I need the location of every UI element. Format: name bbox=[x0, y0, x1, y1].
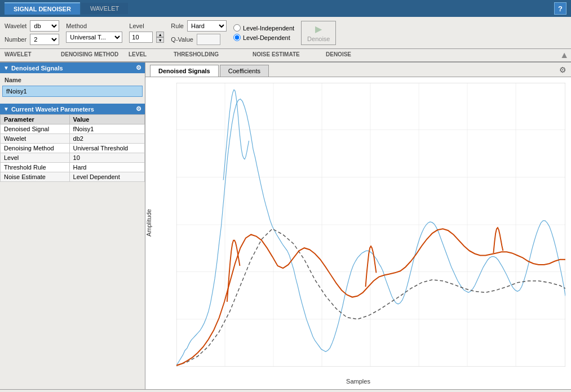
method-label: Method bbox=[66, 23, 87, 29]
rule-label: Rule bbox=[171, 23, 184, 29]
chart-settings-icon[interactable]: ⚙ bbox=[559, 65, 566, 77]
chart-tabs: Denoised Signals Coefficients ⚙ bbox=[145, 63, 571, 77]
qvalue-input[interactable]: 0.05 bbox=[197, 34, 220, 45]
params-title-label: Current Wavelet Parameters bbox=[11, 106, 94, 113]
noise-estimate-group: Level-Independent Level-Dependent bbox=[233, 24, 294, 41]
param-value: fNoisy1 bbox=[69, 124, 144, 134]
param-value: Level Dependent bbox=[69, 172, 144, 182]
param-name: Wavelet bbox=[1, 134, 70, 144]
left-panel: ▼ Denoised Signals ⚙ Name fNoisy1 ▼ Curr… bbox=[0, 63, 145, 389]
param-name: Level bbox=[1, 153, 70, 163]
denoised-settings-icon[interactable]: ⚙ bbox=[136, 64, 141, 72]
denoise-button[interactable]: ▶ Denoise bbox=[301, 21, 336, 45]
bottom-bar: ◄ bbox=[0, 389, 571, 392]
right-panel: Denoised Signals Coefficients ⚙ Amplitud… bbox=[145, 63, 571, 389]
collapse-denoised-icon[interactable]: ▼ bbox=[3, 65, 9, 71]
denoised-signals-label: Denoised Signals bbox=[11, 65, 63, 72]
rule-select[interactable]: Hard Soft bbox=[187, 20, 227, 32]
wavelet-group: Wavelet db Number 2 bbox=[5, 20, 59, 45]
y-axis-label: Amplitude bbox=[145, 209, 152, 237]
chart-svg: 0 0.2 0.4 0.6 0.8 1 0 500 1000 1500 2000… bbox=[176, 83, 565, 367]
tab-wavelet[interactable]: WAVELET bbox=[81, 3, 128, 14]
level-input[interactable]: 10 bbox=[129, 32, 153, 43]
denoised-signals-title: ▼ Denoised Signals ⚙ bbox=[0, 63, 145, 73]
section-hdr-thresholding: THRESHOLDING bbox=[169, 50, 248, 60]
level-group: Level 10 ▲ ▼ bbox=[129, 23, 164, 43]
section-hdr-noise: NOISE ESTIMATE bbox=[248, 50, 321, 60]
params-col-parameter: Parameter bbox=[1, 115, 70, 124]
play-icon: ▶ bbox=[315, 24, 322, 34]
radio-level-independent-label: Level-Independent bbox=[243, 25, 294, 32]
level-label: Level bbox=[129, 23, 144, 29]
params-settings-icon[interactable]: ⚙ bbox=[136, 105, 141, 113]
param-value: db2 bbox=[69, 134, 144, 144]
title-bar: SIGNAL DENOISER WAVELET ? bbox=[0, 0, 571, 17]
denoise-label: Denoise bbox=[307, 35, 330, 42]
signals-list: Name fNoisy1 bbox=[0, 73, 145, 99]
radio-level-dependent-label: Level-Dependent bbox=[243, 34, 290, 41]
params-table: Parameter Value Denoised SignalfNoisy1Wa… bbox=[0, 114, 145, 182]
qvalue-label: Q-Value bbox=[171, 36, 193, 43]
method-group: Method Universal T... bbox=[66, 23, 122, 43]
radio-level-independent-input[interactable] bbox=[233, 24, 241, 32]
param-value: 10 bbox=[69, 153, 144, 163]
main-area: ▼ Denoised Signals ⚙ Name fNoisy1 ▼ Curr… bbox=[0, 63, 571, 389]
section-hdr-level: LEVEL bbox=[124, 50, 169, 60]
signals-name-header: Name bbox=[2, 75, 143, 84]
chart-area: Amplitude Samples fNoisy Approximation f… bbox=[145, 77, 571, 389]
params-section-title: ▼ Current Wavelet Parameters ⚙ bbox=[0, 104, 145, 114]
x-axis-label: Samples bbox=[346, 378, 370, 385]
param-name: Denoising Method bbox=[1, 144, 70, 153]
collapse-all-icon[interactable]: ▲ bbox=[560, 50, 571, 60]
toolbar: Wavelet db Number 2 Method Universal T..… bbox=[0, 17, 571, 49]
tab-signal-denoiser[interactable]: SIGNAL DENOISER bbox=[5, 2, 80, 15]
tab-coefficients[interactable]: Coefficients bbox=[220, 65, 269, 77]
number-select[interactable]: 2 bbox=[30, 34, 59, 45]
radio-level-dependent: Level-Dependent bbox=[233, 34, 294, 41]
radio-level-independent: Level-Independent bbox=[233, 24, 294, 32]
section-hdr-method: DENOISING METHOD bbox=[56, 50, 124, 60]
param-name: Noise Estimate bbox=[1, 172, 70, 182]
param-value: Universal Threshold bbox=[69, 144, 144, 153]
radio-level-dependent-input[interactable] bbox=[233, 34, 241, 41]
rule-group: Rule Hard Soft Q-Value 0.05 bbox=[171, 20, 227, 45]
section-hdr-denoise: DENOISE bbox=[321, 50, 356, 60]
signal-fnoisy1[interactable]: fNoisy1 bbox=[2, 86, 143, 97]
params-col-value: Value bbox=[69, 115, 144, 124]
wavelet-label: Wavelet bbox=[5, 23, 26, 29]
section-hdr-wavelet: WAVELET bbox=[0, 50, 56, 60]
level-up[interactable]: ▲ bbox=[156, 32, 164, 37]
method-select[interactable]: Universal T... bbox=[66, 32, 122, 43]
tab-denoised-signals[interactable]: Denoised Signals bbox=[150, 65, 219, 77]
param-name: Threshold Rule bbox=[1, 163, 70, 172]
collapse-params-icon[interactable]: ▼ bbox=[3, 106, 9, 112]
help-button[interactable]: ? bbox=[554, 2, 566, 15]
level-spinner[interactable]: ▲ ▼ bbox=[156, 32, 164, 43]
wavelet-select[interactable]: db bbox=[30, 20, 59, 32]
section-headers: WAVELET DENOISING METHOD LEVEL THRESHOLD… bbox=[0, 49, 571, 63]
param-name: Denoised Signal bbox=[1, 124, 70, 134]
param-value: Hard bbox=[69, 163, 144, 172]
level-down[interactable]: ▼ bbox=[156, 37, 164, 43]
number-label: Number bbox=[5, 36, 26, 43]
params-section: Parameter Value Denoised SignalfNoisy1Wa… bbox=[0, 114, 145, 389]
